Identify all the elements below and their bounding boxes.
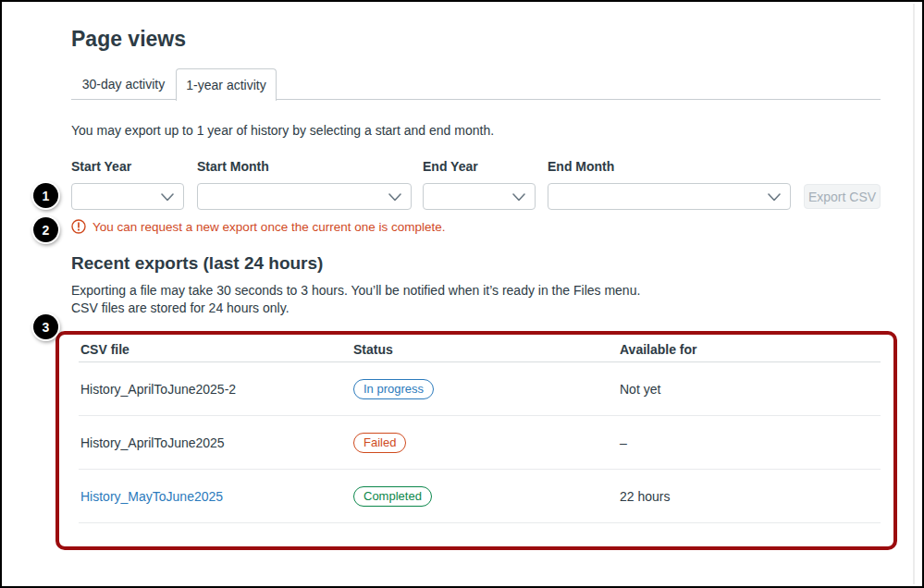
- column-header-csv-file: CSV file: [79, 342, 353, 357]
- status-badge: Failed: [353, 433, 406, 453]
- recent-exports-note-2: CSV files are stored for 24 hours only.: [71, 300, 290, 315]
- export-warning-text: You can request a new export once the cu…: [92, 220, 446, 234]
- export-csv-button[interactable]: Export CSV: [804, 184, 881, 209]
- table-header-row: CSV file Status Available for: [79, 337, 881, 362]
- end-month-select[interactable]: [548, 183, 791, 210]
- export-warning: You can request a new export once the cu…: [71, 219, 446, 234]
- callout-1: 1: [33, 183, 58, 208]
- chevron-down-icon: [161, 193, 174, 202]
- start-year-select[interactable]: [71, 183, 184, 210]
- end-year-select[interactable]: [423, 183, 536, 210]
- alert-icon: [71, 219, 86, 234]
- available-for-value: 22 hours: [620, 489, 881, 504]
- available-for-value: Not yet: [620, 382, 881, 397]
- tab-30-day-activity[interactable]: 30-day activity: [71, 68, 176, 100]
- column-header-status: Status: [353, 342, 620, 357]
- status-badge: Completed: [353, 486, 432, 507]
- table-row: History_AprilToJune2025 Failed –: [79, 416, 881, 470]
- page-views-panel: Page views 30-day activity 1-year activi…: [0, 0, 924, 588]
- export-instructions: You may export up to 1 year of history b…: [71, 123, 494, 138]
- csv-file-link[interactable]: History_MayToJune2025: [80, 489, 223, 504]
- scrollbar-track[interactable]: [913, 4, 915, 584]
- chevron-down-icon: [388, 193, 401, 202]
- csv-file-name: History_AprilToJune2025-2: [79, 382, 353, 397]
- status-badge: In progress: [353, 379, 434, 399]
- table-row: History_AprilToJune2025-2 In progress No…: [79, 362, 881, 416]
- csv-file-name: History_AprilToJune2025: [79, 435, 353, 450]
- callout-3: 3: [33, 314, 58, 339]
- tab-1-year-activity[interactable]: 1-year activity: [176, 68, 277, 101]
- available-for-value: –: [620, 435, 881, 450]
- chevron-down-icon: [512, 193, 525, 202]
- recent-exports-note-1: Exporting a file may take 30 seconds to …: [71, 283, 640, 298]
- start-month-select[interactable]: [197, 183, 412, 210]
- chevron-down-icon: [768, 193, 781, 202]
- recent-exports-heading: Recent exports (last 24 hours): [71, 253, 323, 274]
- table-row: History_MayToJune2025 Completed 22 hours: [79, 470, 881, 523]
- callout-2: 2: [33, 217, 58, 242]
- recent-exports-table: CSV file Status Available for History_Ap…: [79, 337, 881, 523]
- end-month-label: End Month: [548, 159, 614, 174]
- column-header-available-for: Available for: [620, 342, 881, 357]
- page-title: Page views: [71, 27, 186, 52]
- start-year-label: Start Year: [71, 159, 131, 174]
- start-month-label: Start Month: [197, 159, 269, 174]
- end-year-label: End Year: [423, 159, 478, 174]
